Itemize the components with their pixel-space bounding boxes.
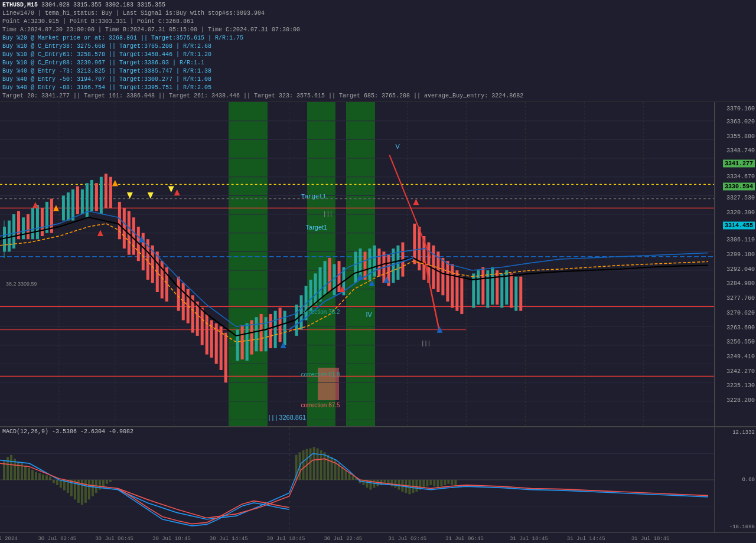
svg-marker-153 [357,273,363,280]
svg-rect-239 [440,480,442,486]
svg-rect-132 [510,273,513,308]
svg-rect-196 [106,480,108,484]
price-3299: 3299.180 [726,251,755,258]
svg-rect-129 [496,270,498,305]
svg-rect-212 [345,470,347,480]
time-label-0: 29 Jul 2024 [0,536,18,542]
price-3355: 3355.880 [726,133,755,139]
info-line-7: Buy %10 @ C_Entry61: 3258.578 || Target:… [2,51,754,59]
svg-rect-197 [109,480,112,482]
svg-rect-50 [76,187,79,215]
svg-rect-44 [41,208,44,236]
svg-rect-213 [348,473,351,480]
time-axis-right [715,533,756,543]
svg-rect-167 [3,460,5,480]
svg-rect-171 [17,462,19,480]
svg-rect-97 [324,261,327,295]
svg-rect-84 [255,317,258,351]
svg-rect-99 [333,264,336,296]
svg-rect-183 [60,480,62,488]
svg-rect-225 [390,480,393,486]
svg-rect-182 [56,480,58,485]
svg-rect-54 [95,183,98,211]
svg-rect-70 [182,283,185,320]
svg-rect-200 [302,450,305,480]
time-label-8: 31 Jul 06:45 [445,536,484,542]
svg-rect-240 [444,480,446,485]
svg-rect-40 [22,217,25,239]
info-line-2: Line#1470 | tema_h1_status: Buy | Last S… [2,9,754,18]
svg-rect-242 [451,480,453,485]
price-3270: 3270.620 [726,309,755,316]
svg-rect-202 [309,449,312,480]
svg-text:| | |  3268.861: | | | 3268.861 [269,414,307,421]
svg-rect-56 [105,174,107,208]
svg-rect-82 [246,323,249,361]
svg-rect-192 [92,480,94,496]
svg-rect-176 [35,472,37,480]
info-line-5: Buy %20 @ Market price or at: 3268.861 |… [2,34,754,42]
svg-rect-121 [451,264,454,308]
macd-svg [0,427,714,532]
svg-text:V: V [395,143,400,150]
price-3314-highlight: 3314.455 [723,221,755,229]
svg-rect-204 [317,449,319,480]
price-3341-highlight: 3341.277 [723,160,755,168]
svg-rect-206 [324,452,326,480]
price-3327: 3327.530 [726,194,755,201]
svg-rect-96 [319,267,322,302]
price-3292: 3292.040 [726,266,755,272]
price-3249: 3249.410 [726,353,755,359]
svg-rect-237 [433,480,435,486]
svg-rect-238 [436,480,439,488]
svg-text:| | |: | | | [324,211,332,217]
svg-rect-87 [269,314,272,348]
macd-zero-line: 0.00 [742,477,755,483]
time-label-area: 29 Jul 2024 30 Jul 02:45 30 Jul 06:45 30… [0,533,715,543]
info-panel: ETHUSD,M15 3304.028 3315.355 3302.183 33… [0,0,756,102]
svg-text:Target1: Target1 [306,224,328,231]
svg-rect-58 [118,202,121,239]
svg-marker-150 [413,199,419,205]
svg-rect-43 [36,205,39,239]
time-label-11: 31 Jul 18:45 [631,536,670,542]
chart-bottom: MACD(12,26,9) -3.5386 -2.6304 -0.9082 [0,426,756,532]
svg-rect-208 [331,457,333,480]
svg-marker-161 [112,180,118,187]
svg-rect-119 [441,258,444,295]
svg-rect-80 [236,329,239,361]
info-line-3: Point A:3230.915 | Point B:3303.331 | Po… [2,18,754,26]
price-chart[interactable]: V IV Target1 correction 38.2 correction … [0,102,715,426]
info-line-9: Buy %40 @ Entry -73: 3213.825 || Target:… [2,67,754,76]
macd-axis: 12.1332 0.00 -18.1698 [715,427,756,532]
svg-rect-226 [394,480,396,488]
time-label-10: 31 Jul 14:45 [567,536,605,542]
svg-text:correction 87.5: correction 87.5 [301,402,340,408]
time-label-9: 31 Jul 10:45 [510,536,548,542]
svg-rect-90 [284,311,286,345]
price-3334: 3334.670 [726,174,755,180]
price-3370: 3370.160 [726,105,755,112]
svg-rect-75 [206,314,208,355]
macd-price-high: 12.1332 [732,430,755,436]
price-3363: 3363.020 [726,118,755,125]
svg-rect-214 [352,476,354,480]
price-chart-svg: V IV Target1 correction 38.2 correction … [0,102,714,426]
info-line-10: Buy %40 @ Entry -50: 3194.707 || Target:… [2,76,754,84]
svg-rect-49 [71,189,74,221]
svg-text:correction 61.8: correction 61.8 [301,371,340,377]
svg-rect-123 [460,277,463,314]
svg-rect-88 [274,311,277,348]
svg-rect-86 [265,317,268,351]
price-3330-highlight: 3330.594 [723,182,755,190]
info-line-4: Time A:2024.07.30 23:00:00 | Time B:2024… [2,26,754,34]
svg-rect-180 [49,476,51,480]
svg-rect-41 [27,214,30,239]
svg-rect-177 [38,473,41,480]
price-3284: 3284.900 [726,280,755,287]
svg-rect-100 [338,261,341,292]
svg-rect-174 [28,468,30,480]
svg-rect-203 [313,447,315,480]
time-label-1: 30 Jul 02:45 [38,536,76,542]
svg-marker-159 [168,187,174,193]
